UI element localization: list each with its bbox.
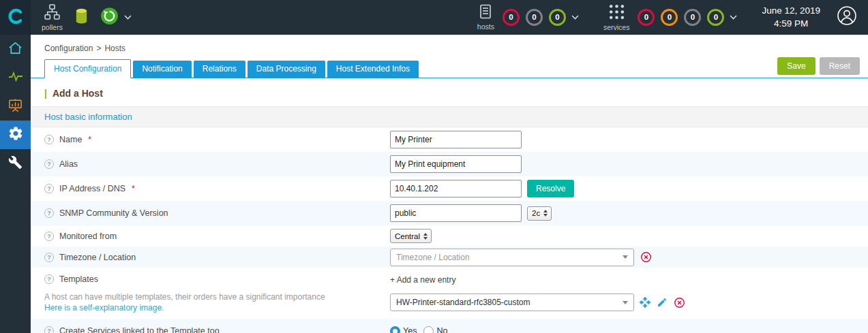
page-title-text: Add a Host bbox=[53, 88, 103, 99]
template-delete-button[interactable] bbox=[673, 296, 685, 308]
breadcrumb-configuration[interactable]: Configuration bbox=[44, 44, 93, 53]
snmp-version-select[interactable]: 2c bbox=[527, 206, 552, 221]
sidebar-item-administration[interactable] bbox=[0, 149, 31, 178]
services-status-group: services 0 0 0 0 bbox=[603, 3, 738, 32]
templates-label: Templates bbox=[59, 274, 98, 284]
form-row-timezone: ? Timezone / Location Timezone / Locatio… bbox=[31, 247, 868, 268]
radio-unselected-icon[interactable] bbox=[423, 326, 434, 333]
tab-relations[interactable]: Relations bbox=[194, 61, 245, 78]
name-input[interactable] bbox=[390, 131, 522, 148]
timezone-clear-button[interactable] bbox=[640, 251, 652, 264]
sidebar-item-reporting[interactable] bbox=[0, 92, 31, 121]
create-services-yes-option[interactable]: Yes bbox=[390, 326, 417, 333]
page-title: | Add a Host bbox=[31, 78, 868, 106]
template-move-button[interactable] bbox=[639, 296, 651, 308]
title-pipe: | bbox=[44, 88, 47, 99]
services-unknown-badge[interactable]: 0 bbox=[684, 9, 701, 26]
form-row-alias: ? Alias bbox=[31, 152, 868, 176]
services-icon bbox=[608, 3, 625, 23]
services-critical-badge[interactable]: 0 bbox=[638, 9, 655, 26]
sidebar-item-monitoring[interactable] bbox=[0, 63, 31, 92]
breadcrumb-hosts[interactable]: Hosts bbox=[104, 44, 125, 53]
alias-input[interactable] bbox=[390, 155, 522, 173]
snmp-version-value: 2c bbox=[532, 209, 540, 217]
required-asterisk: * bbox=[88, 135, 91, 144]
select-stepper-icon bbox=[423, 233, 428, 240]
help-icon[interactable]: ? bbox=[44, 274, 54, 284]
wrench-icon bbox=[8, 155, 23, 172]
poller-state-icon bbox=[100, 7, 119, 28]
centreon-logo-icon bbox=[7, 7, 25, 28]
pollers-label: pollers bbox=[42, 24, 63, 32]
sidebar-item-configuration[interactable] bbox=[0, 121, 31, 149]
sidebar-item-home[interactable] bbox=[0, 35, 31, 63]
monitored-from-label: Monitored from bbox=[59, 232, 117, 241]
form-row-create-services: ? Create Services linked to the Template… bbox=[31, 319, 868, 333]
help-icon[interactable]: ? bbox=[44, 184, 54, 193]
home-icon bbox=[8, 40, 23, 59]
hosts-menu[interactable]: hosts bbox=[477, 3, 494, 31]
pollers-menu[interactable]: pollers bbox=[42, 3, 63, 32]
no-label: No bbox=[436, 326, 447, 333]
chevron-down-icon[interactable] bbox=[124, 15, 132, 20]
chevron-down-icon[interactable] bbox=[571, 15, 579, 20]
monitored-from-value: Central bbox=[395, 232, 420, 240]
user-menu[interactable] bbox=[837, 5, 857, 29]
services-label: services bbox=[603, 24, 630, 32]
form-row-name: ? Name * bbox=[31, 127, 868, 152]
snmp-community-input[interactable] bbox=[390, 204, 522, 222]
templates-note: A host can have multiple templates, thei… bbox=[44, 291, 390, 302]
user-icon bbox=[837, 5, 857, 29]
timezone-placeholder: Timezone / Location bbox=[396, 253, 470, 262]
chevron-down-icon bbox=[617, 294, 633, 311]
database-status[interactable] bbox=[74, 7, 89, 28]
create-services-no-option[interactable]: No bbox=[423, 326, 447, 333]
reset-button[interactable]: Reset bbox=[820, 57, 860, 75]
select-stepper-icon bbox=[543, 210, 548, 217]
section-header: Host basic information bbox=[31, 106, 868, 127]
help-icon[interactable]: ? bbox=[44, 208, 54, 218]
required-asterisk: * bbox=[132, 184, 135, 193]
tab-data-processing[interactable]: Data Processing bbox=[248, 61, 325, 78]
help-icon[interactable]: ? bbox=[44, 135, 54, 144]
services-ok-badge[interactable]: 0 bbox=[707, 9, 724, 26]
hosts-down-badge[interactable]: 0 bbox=[503, 9, 520, 26]
clock: June 12, 2019 4:59 PM bbox=[762, 4, 820, 31]
ip-address-input[interactable] bbox=[390, 180, 522, 197]
breadcrumb-separator: > bbox=[96, 44, 101, 53]
tab-notification[interactable]: Notification bbox=[133, 61, 191, 78]
resolve-button[interactable]: Resolve bbox=[527, 180, 574, 197]
form-actions: Save Reset bbox=[777, 57, 860, 75]
help-icon[interactable]: ? bbox=[44, 232, 54, 241]
monitored-from-select[interactable]: Central bbox=[390, 229, 432, 243]
add-template-entry-link[interactable]: + Add a new entry bbox=[390, 274, 455, 286]
chart-icon bbox=[8, 97, 23, 116]
save-button[interactable]: Save bbox=[777, 57, 815, 75]
form-row-templates: ? Templates A host can have multiple tem… bbox=[31, 268, 868, 319]
name-label: Name bbox=[59, 135, 82, 144]
help-icon[interactable]: ? bbox=[44, 326, 54, 333]
chevron-down-icon[interactable] bbox=[730, 15, 737, 20]
template-edit-button[interactable] bbox=[656, 296, 668, 308]
main-content: Configuration > Hosts Host Configuration… bbox=[31, 35, 868, 333]
timezone-dropdown[interactable]: Timezone / Location bbox=[390, 249, 634, 266]
centreon-logo[interactable] bbox=[0, 0, 31, 35]
tab-host-configuration[interactable]: Host Configuration bbox=[44, 59, 131, 78]
hosts-unreachable-badge[interactable]: 0 bbox=[526, 9, 543, 26]
tab-host-extended-infos[interactable]: Host Extended Infos bbox=[327, 61, 419, 78]
radio-selected-icon[interactable] bbox=[390, 326, 400, 333]
templates-note-link[interactable]: Here is a self-explanatory image. bbox=[44, 302, 390, 313]
gear-icon bbox=[8, 125, 24, 144]
services-menu[interactable]: services bbox=[603, 3, 630, 32]
hosts-up-badge[interactable]: 0 bbox=[549, 9, 566, 26]
poller-state-menu[interactable] bbox=[100, 7, 132, 28]
template-dropdown[interactable]: HW-Printer-standard-rfc3805-custom bbox=[390, 294, 634, 311]
pollers-icon bbox=[44, 3, 61, 23]
snmp-label: SNMP Community & Version bbox=[59, 208, 168, 218]
help-icon[interactable]: ? bbox=[44, 159, 54, 169]
help-icon[interactable]: ? bbox=[44, 253, 54, 262]
breadcrumb: Configuration > Hosts bbox=[31, 35, 868, 59]
form-row-ip-address: ? IP Address / DNS * Resolve bbox=[31, 176, 868, 201]
current-date: June 12, 2019 bbox=[762, 4, 820, 18]
services-warning-badge[interactable]: 0 bbox=[661, 9, 678, 26]
